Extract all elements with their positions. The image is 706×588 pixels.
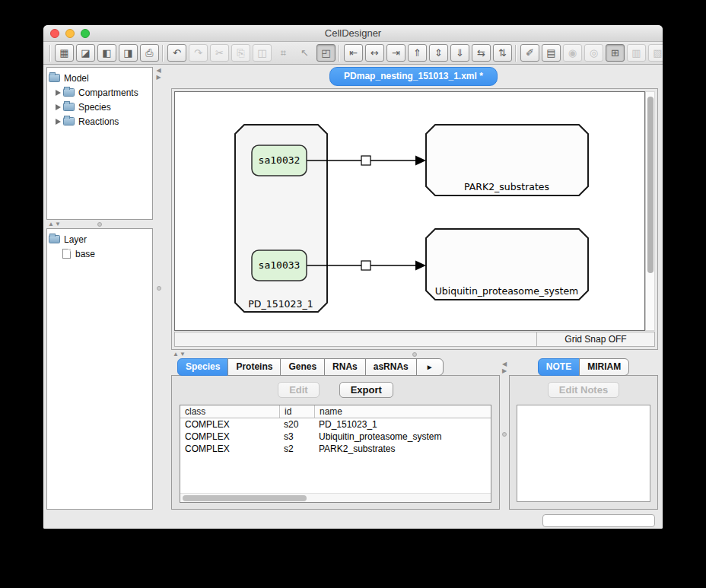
component-list-icon[interactable]: ▤: [542, 44, 561, 62]
tree-node-label: Species: [78, 102, 111, 113]
save-icon[interactable]: ◧: [97, 44, 116, 62]
align-right-icon[interactable]: ⇥: [386, 44, 405, 62]
tab-species[interactable]: Species: [177, 358, 228, 376]
toolbar-separator: [339, 45, 340, 62]
sidebar-horizontal-splitter[interactable]: ▲▼: [46, 220, 153, 228]
splitter-collapse-icon[interactable]: ▲▼: [173, 351, 186, 358]
expand-arrow-icon[interactable]: [56, 90, 61, 96]
change-color-icon[interactable]: ◉: [563, 44, 582, 62]
align-top-icon[interactable]: ⇑: [408, 44, 427, 62]
edit-button[interactable]: Edit: [278, 382, 320, 398]
print-icon[interactable]: ⎙: [140, 44, 159, 62]
distribute-horizontally-icon[interactable]: ⇆: [472, 44, 491, 62]
column-header-name[interactable]: name: [314, 405, 491, 418]
tree-node-base-layer[interactable]: base: [49, 246, 151, 261]
tab-genes[interactable]: Genes: [280, 358, 325, 376]
canvas-horizontal-scrollbar[interactable]: [174, 332, 537, 347]
status-field[interactable]: [542, 514, 655, 527]
reaction-square-node[interactable]: [361, 261, 370, 270]
undo-icon[interactable]: ↶: [167, 44, 186, 62]
align-bottom-icon[interactable]: ⇓: [450, 44, 469, 62]
table-row[interactable]: COMPLEX s20 PD_151023_1: [180, 418, 491, 431]
tree-node-layer[interactable]: Layer: [49, 232, 151, 246]
species-tab-strip: Species Proteins Genes RNAs asRNAs ►: [177, 358, 500, 376]
expand-arrow-icon[interactable]: [56, 119, 61, 125]
open-icon[interactable]: ◪: [76, 44, 95, 62]
notes-panel: NOTE MIRIAM Edit Notes: [509, 358, 658, 510]
layer-tree-panel: Layer base: [46, 228, 153, 510]
tab-proteins[interactable]: Proteins: [227, 358, 281, 376]
export-button[interactable]: Export: [339, 382, 393, 398]
splitter-grip[interactable]: [502, 432, 507, 437]
splitter-grip[interactable]: [97, 222, 102, 227]
scrollbar-thumb[interactable]: [183, 495, 307, 501]
tree-node-compartments[interactable]: Compartments: [49, 85, 151, 100]
canvas-vertical-scrollbar[interactable]: [645, 91, 655, 331]
reaction-table-icon[interactable]: ▧: [648, 44, 663, 62]
scrollbar-thumb[interactable]: [647, 97, 654, 273]
paint-tool-icon[interactable]: ✐: [520, 44, 539, 62]
tab-asrnas[interactable]: asRNAs: [365, 358, 417, 376]
birds-eye-icon[interactable]: ◰: [316, 44, 336, 62]
diagram-canvas[interactable]: sa10032 sa10033 PD_151023_1 PARK2_substr…: [174, 91, 645, 331]
align-horizontal-center-icon[interactable]: ↔: [365, 44, 384, 62]
paste-icon[interactable]: ◫: [253, 44, 272, 62]
table-header-row[interactable]: class id name: [180, 405, 491, 418]
cut-icon[interactable]: ✂: [210, 44, 229, 62]
notes-text-area[interactable]: [517, 405, 650, 502]
more-tabs-icon[interactable]: ►: [416, 358, 444, 376]
toolbar-separator: [49, 45, 51, 62]
species-label: sa10032: [259, 154, 301, 166]
canvas-bottom-splitter[interactable]: ▲▼: [171, 350, 658, 358]
notes-tab-content: Edit Notes: [509, 375, 658, 510]
table-row[interactable]: COMPLEX s3 Ubiquitin_proteasome_system: [180, 431, 491, 443]
column-header-id[interactable]: id: [279, 405, 314, 418]
column-header-class[interactable]: class: [180, 405, 279, 418]
table-row[interactable]: COMPLEX s2 PARK2_substrates: [180, 443, 491, 455]
folder-icon: [49, 235, 60, 243]
complex-label: PARK2_substrates: [464, 181, 549, 192]
grid-snap-icon[interactable]: ⌗: [274, 44, 293, 62]
tab-rnas[interactable]: RNAs: [324, 358, 366, 376]
species-table-icon[interactable]: ▥: [627, 44, 646, 62]
splitter-grip[interactable]: [157, 286, 161, 291]
cell-name: Ubiquitin_proteasome_system: [314, 431, 491, 443]
align-vertical-center-icon[interactable]: ⇕: [429, 44, 448, 62]
tree-node-species[interactable]: Species: [49, 100, 151, 114]
copy-icon[interactable]: ⎘: [231, 44, 250, 62]
bottom-panels-splitter[interactable]: ◀▶: [500, 358, 509, 510]
align-left-icon[interactable]: ⇤: [344, 44, 363, 62]
document-tab[interactable]: PDmap_nesting_151013_1.xml *: [329, 67, 498, 86]
tree-node-model[interactable]: Model: [49, 71, 151, 85]
tree-node-label: Compartments: [78, 87, 138, 98]
change-shape-icon[interactable]: ◎: [584, 44, 603, 62]
reaction-square-node[interactable]: [361, 156, 370, 165]
expand-arrow-icon[interactable]: [56, 104, 61, 110]
title-bar[interactable]: CellDesigner: [43, 25, 663, 42]
splitter-grip[interactable]: [412, 352, 417, 357]
pointer-icon[interactable]: ↖: [295, 44, 314, 62]
species-label: sa10033: [259, 259, 301, 271]
splitter-collapse-icon[interactable]: ◀▶: [156, 67, 161, 81]
notes-window-icon[interactable]: ⊞: [606, 44, 625, 62]
new-diagram-icon[interactable]: ▦: [55, 44, 74, 62]
save-as-icon[interactable]: ◨: [119, 44, 138, 62]
species-table: class id name COMPLEX s20 PD_151023_1 CO…: [180, 405, 491, 503]
species-tab-content: Edit Export class id name COMPLEX s: [171, 375, 500, 510]
tree-node-reactions[interactable]: Reactions: [49, 114, 151, 129]
tab-miriam[interactable]: MIRIAM: [579, 358, 629, 376]
tree-node-label: Layer: [64, 234, 87, 245]
tab-note[interactable]: NOTE: [538, 358, 580, 376]
sidebar-vertical-splitter[interactable]: ◀▶: [153, 65, 164, 512]
table-horizontal-scrollbar[interactable]: [180, 493, 491, 502]
folder-icon: [49, 74, 60, 82]
edit-notes-button[interactable]: Edit Notes: [548, 382, 619, 398]
redo-icon[interactable]: ↷: [189, 44, 208, 62]
distribute-vertically-icon[interactable]: ⇅: [493, 44, 512, 62]
folder-icon: [63, 117, 75, 126]
diagram-svg: sa10032 sa10033 PD_151023_1 PARK2_substr…: [175, 92, 637, 327]
splitter-collapse-icon[interactable]: ▲▼: [48, 221, 62, 227]
window-status-bar: [43, 512, 663, 529]
cell-id: s2: [279, 443, 314, 455]
splitter-collapse-icon[interactable]: ◀▶: [502, 361, 507, 374]
